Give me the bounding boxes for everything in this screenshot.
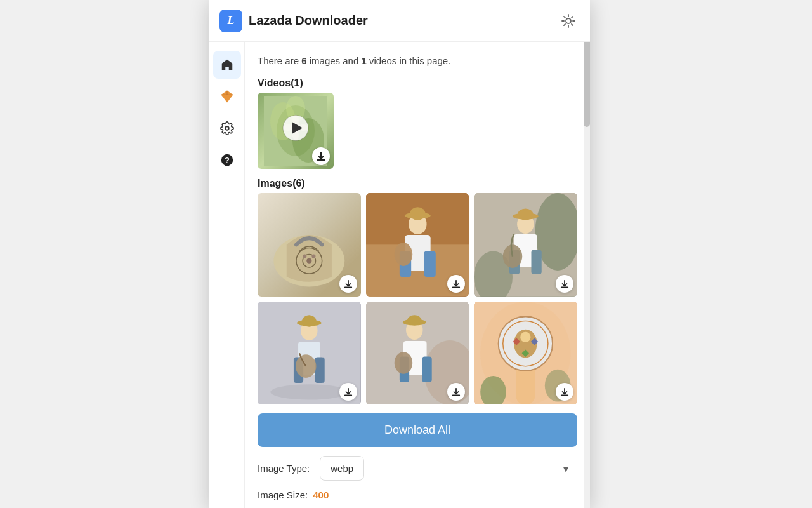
gear-icon — [220, 121, 234, 135]
svg-rect-75 — [422, 356, 431, 382]
main-content: There are 6 images and 1 videos in this … — [245, 0, 590, 508]
play-icon — [282, 114, 310, 142]
sidebar-item-diamond[interactable] — [213, 83, 241, 110]
svg-rect-41 — [424, 251, 435, 277]
image-size-value: 400 — [313, 490, 329, 500]
svg-point-56 — [503, 244, 523, 268]
help-icon: ? — [220, 153, 234, 167]
top-bar: L Lazada Downloader — [209, 0, 590, 42]
sun-icon — [561, 13, 576, 29]
svg-line-7 — [564, 23, 565, 25]
images-section: Images(6) — [258, 178, 577, 404]
svg-point-44 — [394, 243, 412, 266]
svg-line-6 — [572, 23, 573, 25]
download-icon — [452, 387, 461, 396]
image-item-3 — [474, 193, 577, 297]
svg-line-5 — [564, 16, 565, 17]
svg-point-31 — [306, 258, 311, 264]
svg-point-55 — [518, 208, 533, 220]
svg-rect-53 — [532, 250, 542, 274]
app-logo: L — [219, 10, 242, 32]
image-3-download-button[interactable] — [556, 275, 573, 293]
svg-rect-64 — [315, 357, 324, 383]
svg-point-33 — [311, 255, 315, 258]
svg-point-78 — [394, 352, 412, 374]
image-type-label: Image Type: — [258, 463, 310, 474]
image-item-1 — [258, 193, 361, 297]
svg-point-43 — [410, 207, 425, 220]
svg-line-8 — [572, 16, 573, 17]
sidebar-item-help[interactable]: ? — [213, 146, 241, 174]
image-item-5 — [366, 302, 469, 405]
sidebar-item-settings[interactable] — [213, 114, 241, 142]
download-all-button[interactable]: Download All — [258, 413, 577, 447]
sidebar: ? — [209, 0, 245, 508]
svg-point-0 — [566, 18, 571, 23]
download-icon — [344, 279, 353, 288]
diamond-icon — [220, 90, 234, 104]
image-item-2 — [366, 193, 469, 297]
image-item-4 — [258, 302, 361, 405]
download-icon — [560, 279, 569, 288]
svg-point-66 — [302, 315, 316, 326]
videos-section-title: Videos(1) — [258, 77, 577, 89]
info-text: There are 6 images and 1 videos in this … — [258, 51, 577, 69]
download-icon — [344, 387, 353, 396]
sidebar-item-home[interactable] — [213, 51, 241, 79]
images-section-title: Images(6) — [258, 178, 577, 189]
svg-point-60 — [270, 384, 348, 399]
video-thumbnail — [258, 93, 334, 169]
videos-section: Videos(1) — [258, 77, 577, 169]
image-4-download-button[interactable] — [339, 383, 357, 401]
play-button[interactable] — [282, 114, 310, 145]
sun-settings-button[interactable] — [557, 10, 580, 32]
images-grid — [258, 193, 577, 404]
image-item-6 — [474, 302, 577, 405]
download-icon — [316, 151, 326, 161]
download-icon — [452, 279, 461, 288]
svg-point-11 — [225, 126, 229, 130]
download-icon — [560, 387, 569, 396]
video-download-button[interactable] — [312, 147, 330, 165]
svg-point-88 — [521, 331, 531, 342]
header-left: L Lazada Downloader — [219, 10, 368, 32]
image-size-label: Image Size: — [258, 490, 308, 500]
scrollbar[interactable] — [584, 0, 590, 508]
svg-point-32 — [303, 255, 306, 258]
svg-point-77 — [407, 315, 421, 325]
image-type-select[interactable]: webp jpg png — [320, 456, 364, 481]
svg-text:?: ? — [225, 156, 230, 165]
image-type-select-wrapper: webp jpg png — [320, 456, 577, 481]
image-2-download-button[interactable] — [447, 275, 465, 293]
image-1-download-button[interactable] — [339, 275, 357, 293]
app-title: Lazada Downloader — [249, 13, 368, 28]
home-icon — [220, 58, 234, 72]
image-type-row: Image Type: webp jpg png — [258, 456, 577, 481]
image-size-row: Image Size: 400 — [258, 490, 577, 500]
